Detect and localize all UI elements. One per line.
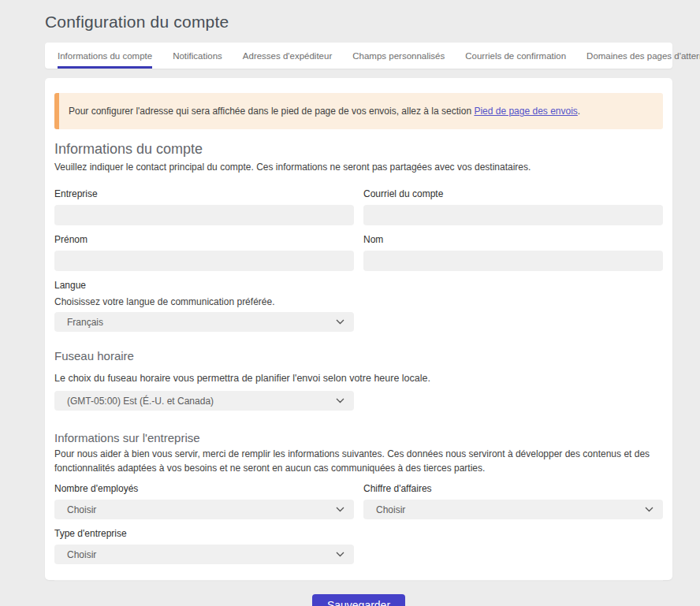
- firstname-field: Prénom: [54, 228, 354, 271]
- tab-courriels-confirmation[interactable]: Courriels de confirmation: [465, 43, 566, 69]
- chevron-down-icon: [336, 507, 344, 512]
- language-field: Langue Choisissez votre langue de commun…: [54, 273, 354, 332]
- company-input[interactable]: [54, 205, 354, 225]
- footer-settings-link[interactable]: Pied de page des envois: [474, 106, 577, 117]
- lastname-input[interactable]: [363, 251, 663, 271]
- company-section-heading: Informations sur l'entreprise: [54, 431, 663, 444]
- account-fields-grid: Entreprise Courriel du compte Prénom Nom: [54, 182, 663, 273]
- page-title: Configuration du compte: [45, 0, 672, 43]
- employees-select[interactable]: Choisir: [54, 500, 354, 519]
- language-select[interactable]: Français: [54, 312, 354, 332]
- employees-label: Nombre d'employés: [54, 477, 354, 500]
- account-section-heading: Informations du compte: [54, 141, 663, 158]
- account-email-label: Courriel du compte: [363, 182, 663, 205]
- revenue-selected-value: Choisir: [376, 504, 405, 515]
- firstname-input[interactable]: [54, 251, 354, 271]
- company-section-description: Pour nous aider à bien vous servir, merc…: [54, 448, 663, 475]
- page-container: Configuration du compte Informations du …: [45, 0, 672, 580]
- revenue-label: Chiffre d'affaires: [363, 477, 663, 500]
- employees-selected-value: Choisir: [67, 504, 96, 515]
- tab-notifications[interactable]: Notifications: [173, 43, 222, 69]
- chevron-down-icon: [336, 552, 344, 557]
- lastname-label: Nom: [363, 228, 663, 251]
- account-email-input[interactable]: [363, 205, 663, 225]
- timezone-select[interactable]: (GMT-05:00) Est (É.-U. et Canada): [54, 391, 354, 411]
- language-help-text: Choisissez votre langue de communication…: [54, 296, 354, 312]
- language-label: Langue: [54, 273, 354, 296]
- language-selected-value: Français: [67, 317, 103, 328]
- employees-field: Nombre d'employés Choisir: [54, 477, 354, 519]
- company-label: Entreprise: [54, 182, 354, 205]
- chevron-down-icon: [645, 507, 653, 512]
- chevron-down-icon: [336, 398, 344, 403]
- tab-champs-personnalises[interactable]: Champs personnalisés: [352, 43, 445, 69]
- banner-text-suffix: .: [578, 106, 580, 117]
- company-type-selected-value: Choisir: [67, 549, 96, 560]
- tab-bar: Informations du compte Notifications Adr…: [45, 43, 672, 69]
- tab-adresses-expediteur[interactable]: Adresses d'expéditeur: [243, 43, 332, 69]
- lastname-field: Nom: [363, 228, 663, 271]
- chevron-down-icon: [336, 319, 344, 325]
- timezone-section-heading: Fuseau horaire: [54, 349, 663, 362]
- firstname-label: Prénom: [54, 228, 354, 251]
- company-type-label: Type d'entreprise: [54, 522, 354, 545]
- company-field: Entreprise: [54, 182, 354, 225]
- account-section-description: Veuillez indiquer le contact principal d…: [54, 161, 663, 174]
- tab-domaines-pages-atterrissage[interactable]: Domaines des pages d'atterrissage: [586, 43, 700, 69]
- banner-text: Pour configurer l'adresse qui sera affic…: [69, 106, 474, 117]
- company-type-select[interactable]: Choisir: [54, 545, 354, 564]
- company-fields-grid: Nombre d'employés Choisir Chiffre d'affa…: [54, 477, 663, 567]
- timezone-description: Le choix du fuseau horaire vous permettr…: [54, 373, 663, 384]
- company-type-field: Type d'entreprise Choisir: [54, 522, 354, 564]
- account-email-field: Courriel du compte: [363, 182, 663, 225]
- save-button[interactable]: Sauvegarder: [312, 594, 405, 606]
- tab-informations-du-compte[interactable]: Informations du compte: [58, 43, 152, 69]
- button-row: Sauvegarder: [54, 581, 663, 606]
- info-banner: Pour configurer l'adresse qui sera affic…: [54, 93, 663, 129]
- revenue-select[interactable]: Choisir: [363, 500, 663, 519]
- settings-panel: Pour configurer l'adresse qui sera affic…: [45, 78, 672, 580]
- revenue-field: Chiffre d'affaires Choisir: [363, 477, 663, 519]
- timezone-selected-value: (GMT-05:00) Est (É.-U. et Canada): [67, 396, 214, 407]
